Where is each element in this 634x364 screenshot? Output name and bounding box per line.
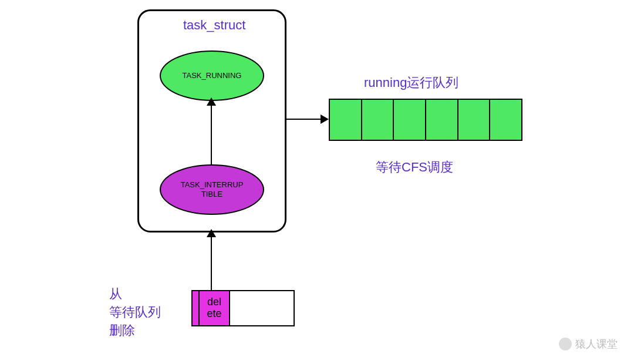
- delete-desc-line: 删除: [109, 322, 161, 340]
- queue-cell: [426, 100, 458, 140]
- running-queue-title: running运行队列: [364, 74, 458, 92]
- arrow-head-up-icon: [207, 97, 216, 106]
- wait-queue-delete-box: del ete: [191, 290, 295, 326]
- state-running-label: TASK_RUNNING: [183, 71, 242, 80]
- watermark-text: 猿人课堂: [575, 337, 618, 351]
- running-queue: [329, 99, 522, 141]
- delete-description: 从 等待队列 删除: [109, 285, 161, 339]
- arrow-to-queue: [286, 119, 323, 120]
- queue-cell: [362, 100, 394, 140]
- delete-box-segment: [193, 291, 200, 325]
- delete-desc-line: 从: [109, 285, 161, 304]
- cfs-caption: 等待CFS调度: [376, 159, 453, 176]
- container-title: task_struct: [183, 18, 245, 33]
- watermark: 猿人课堂: [559, 337, 618, 351]
- wechat-icon: [559, 338, 572, 350]
- delete-box-segment: [230, 291, 294, 325]
- queue-cell: [330, 100, 362, 140]
- queue-cell: [394, 100, 426, 140]
- state-task-interruptible: TASK_INTERRUP TIBLE: [160, 164, 264, 215]
- state-task-running: TASK_RUNNING: [160, 50, 264, 101]
- delete-desc-line: 等待队列: [109, 304, 161, 322]
- state-interruptible-label: TASK_INTERRUP TIBLE: [181, 180, 244, 198]
- arrow-head-up-icon: [207, 229, 216, 237]
- queue-cell: [458, 100, 491, 140]
- queue-cell: [490, 100, 521, 140]
- delete-label: del ete: [200, 291, 230, 325]
- arrow-head-right-icon: [321, 114, 329, 124]
- arrow-state-transition: [211, 101, 212, 164]
- arrow-from-delete: [211, 232, 212, 290]
